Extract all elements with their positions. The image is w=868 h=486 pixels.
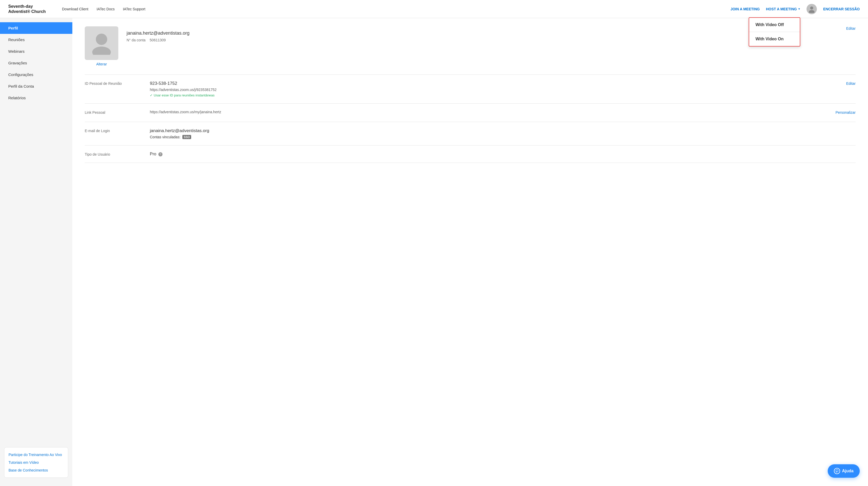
personal-link-value: https://adventistas.zoom.us/my/janaina.h… [150, 110, 827, 116]
sidebar-item-perfil-conta[interactable]: Perfil da Conta [0, 80, 72, 92]
account-number: 50611309 [150, 38, 165, 42]
login-email: janaina.hertz@adventistas.org [150, 128, 856, 134]
help-circle-icon [834, 468, 840, 474]
sidebar: Perfil Reuniões Webinars Gravações Confi… [0, 18, 72, 486]
header-right: JOIN A MEETING HOST A MEETING ▼ With Vid… [731, 4, 860, 14]
main-content: Alterar janaina.hertz@adventistas.org N°… [72, 18, 868, 486]
profile-avatar-wrap: Alterar [85, 26, 118, 66]
checkmark-icon: ✓ [150, 93, 153, 97]
host-meeting-label: HOST A MEETING [766, 7, 797, 11]
encerrar-sessao-button[interactable]: ENCERRAR SESSÃO [823, 7, 860, 11]
logo-line1: Seventh-day [8, 4, 50, 9]
linked-accounts-row: Contas vinculadas: SSO [150, 135, 856, 139]
user-type-label: Tipo de Usuário [85, 152, 142, 156]
personal-meeting-value: 923-538-1752 https://adventistas.zoom.us… [150, 81, 838, 97]
svg-rect-5 [836, 471, 837, 472]
profile-user-icon [91, 32, 112, 55]
login-email-value: janaina.hertz@adventistas.org Contas vin… [150, 128, 856, 139]
login-email-label: E-mail de Login [85, 128, 142, 133]
user-icon [808, 5, 815, 13]
alterar-photo-link[interactable]: Alterar [96, 62, 107, 66]
host-dropdown-menu: With Video Off With Video On [749, 17, 800, 47]
profile-edit-link[interactable]: Editar [846, 26, 856, 30]
layout: Perfil Reuniões Webinars Gravações Confi… [0, 18, 868, 486]
svg-point-0 [810, 6, 813, 9]
nav-download[interactable]: Download Client [62, 7, 88, 11]
sidebar-item-webinars[interactable]: Webinars [0, 46, 72, 57]
sidebar-treinamento-link[interactable]: Participe do Treinamento Ao Vivo [8, 453, 64, 457]
profile-email: janaina.hertz@adventistas.org [127, 30, 838, 36]
svg-point-2 [96, 34, 107, 45]
sidebar-item-perfil[interactable]: Perfil [0, 22, 72, 34]
sidebar-nav: Perfil Reuniões Webinars Gravações Confi… [0, 22, 72, 443]
personal-link-label: Link Pessoal [85, 110, 142, 115]
nav-docs[interactable]: IATec Docs [97, 7, 115, 11]
personal-link-row: Link Pessoal https://adventistas.zoom.us… [85, 104, 856, 122]
main-nav: Download Client IATec Docs IATec Support [62, 7, 731, 11]
user-type-pro: Pro [150, 152, 156, 156]
logo: Seventh-day Adventist® Church [8, 4, 50, 14]
personal-meeting-label: ID Pessoal de Reunião [85, 81, 142, 86]
user-type-row: Tipo de Usuário Pro ? [85, 146, 856, 163]
account-label: N° da conta [127, 38, 146, 42]
profile-account-row: N° da conta 50611309 [127, 38, 838, 42]
svg-point-1 [809, 10, 814, 13]
profile-avatar [85, 26, 118, 60]
chevron-down-icon: ▼ [798, 7, 801, 10]
host-meeting-button[interactable]: HOST A MEETING ▼ With Video Off With Vid… [766, 7, 800, 11]
nav-support[interactable]: IATec Support [123, 7, 146, 11]
personal-meeting-row: ID Pessoal de Reunião 923-538-1752 https… [85, 75, 856, 104]
meeting-url: https://adventistas.zoom.us/j/9235381752 [150, 88, 838, 92]
logo-line2: Adventist® Church [8, 9, 50, 14]
sidebar-tutoriais-link[interactable]: Tutoriais em Vídeo [8, 460, 64, 464]
sidebar-base-conhecimentos-link[interactable]: Base de Conhecimentos [8, 468, 64, 472]
header: Seventh-day Adventist® Church Download C… [0, 0, 868, 18]
sso-badge: SSO [182, 135, 191, 139]
meeting-id: 923-538-1752 [150, 81, 838, 86]
meeting-edit-link[interactable]: Editar [846, 81, 856, 86]
sidebar-item-gravacoes[interactable]: Gravações [0, 57, 72, 69]
profile-info: janaina.hertz@adventistas.org N° da cont… [127, 26, 838, 42]
user-type-value: Pro ? [150, 152, 856, 156]
sidebar-item-relatorios[interactable]: Relatórios [0, 92, 72, 104]
avatar[interactable] [807, 4, 817, 14]
dropdown-video-off[interactable]: With Video Off [749, 18, 800, 32]
profile-section: Alterar janaina.hertz@adventistas.org N°… [85, 26, 856, 75]
personal-link-url: https://adventistas.zoom.us/my/janaina.h… [150, 110, 827, 114]
chat-icon [835, 469, 839, 473]
info-icon[interactable]: ? [158, 152, 162, 156]
join-meeting-button[interactable]: JOIN A MEETING [731, 7, 760, 11]
svg-point-3 [92, 47, 111, 55]
sidebar-item-configuracoes[interactable]: Configurações [0, 69, 72, 80]
meeting-check-text: ✓ Usar esse ID para reuniões instantânea… [150, 93, 838, 97]
linked-accounts-label: Contas vinculadas: [150, 135, 180, 139]
help-label: Ajuda [842, 469, 854, 473]
sidebar-footer: Participe do Treinamento Ao Vivo Tutoria… [4, 447, 68, 478]
login-email-row: E-mail de Login janaina.hertz@adventista… [85, 122, 856, 146]
help-button[interactable]: Ajuda [828, 464, 860, 478]
dropdown-video-on[interactable]: With Video On [749, 32, 800, 46]
personalizar-link[interactable]: Personalizar [835, 110, 856, 115]
sidebar-item-reunioes[interactable]: Reuniões [0, 34, 72, 46]
